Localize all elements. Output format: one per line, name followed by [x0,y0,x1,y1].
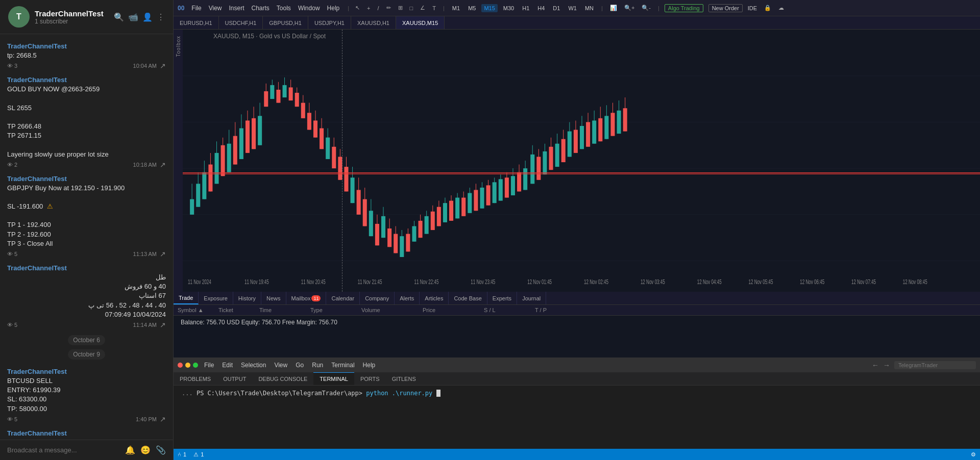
plus-tool[interactable]: + [365,4,372,12]
rect-tool[interactable]: □ [408,4,415,12]
tf-m5[interactable]: M5 [465,4,478,12]
menu-window[interactable]: Window [298,5,320,12]
tab-problems[interactable]: PROBLEMS [174,372,217,385]
tab-gbpusd-h1[interactable]: GBPUSD,H1 [263,16,308,29]
forward-icon[interactable]: ↗ [160,415,166,423]
pencil-tool[interactable]: ✏ [384,4,393,12]
tab-gitlens[interactable]: GITLENS [386,372,422,385]
tab-terminal[interactable]: TERMINAL [313,372,354,385]
list-item: TraderChannelTest tp: 2668.5 👁 3 10:04 A… [0,38,173,72]
menu-charts[interactable]: Charts [252,5,270,12]
vs-menu-run[interactable]: Run [312,362,323,369]
vscode-search-input[interactable] [894,361,976,369]
svg-rect-25 [202,172,206,199]
tab-trade[interactable]: Trade [174,292,199,304]
tab-articles[interactable]: Articles [420,292,449,304]
tf-mn[interactable]: MN [582,4,596,12]
vs-menu-view[interactable]: View [274,362,287,369]
minimize-traffic-light[interactable] [185,363,190,368]
forward-icon[interactable]: ↗ [160,161,166,169]
svg-text:11 Nov 23:45: 11 Nov 23:45 [471,278,495,285]
zoom-in-tool[interactable]: 🔍+ [622,4,636,12]
tab-experts[interactable]: Experts [487,292,517,304]
menu-file[interactable]: File [191,5,201,12]
broadcast-input[interactable] [7,446,120,454]
cursor-tool[interactable]: ↖ [353,4,362,12]
maximize-traffic-light[interactable] [193,363,198,368]
angle-tool[interactable]: ∠ [418,4,427,12]
gear-icon[interactable]: ⚙ [971,451,976,458]
tab-exposure[interactable]: Exposure [199,292,233,304]
search-icon[interactable]: 🔍 [114,12,124,22]
algo-trading-btn[interactable]: Algo Trading [665,4,703,12]
tab-mailbox[interactable]: Mailbox 11 [286,292,327,304]
tf-m1[interactable]: M1 [450,4,462,12]
telegram-panel: T TraderChannelTest 1 subscriber 🔍 📹 👤 ⋮… [0,0,174,460]
tf-h1[interactable]: H1 [520,4,532,12]
videocam-icon[interactable]: 📹 [128,12,138,22]
vscode-status-bar: ⑃ 1 ⚠ 1 ⚙ [174,449,980,460]
tab-xauusd-h1[interactable]: XAUUSD,H1 [351,16,396,29]
tab-usdchf-h1[interactable]: USDCHF,H1 [219,16,263,29]
right-panel: 00 File View Insert Charts Tools Window … [174,0,980,460]
tf-m15[interactable]: M15 [481,4,497,12]
tab-history[interactable]: History [233,292,261,304]
menu-help[interactable]: Help [327,5,340,12]
nav-back-btn[interactable]: ← [872,361,879,369]
tab-eurusd-h1[interactable]: EURUSD,H1 [174,16,219,29]
tab-output[interactable]: OUTPUT [217,372,252,385]
tab-calendar[interactable]: Calendar [326,292,360,304]
list-item: TraderChannelTest BTCUSD SELL ENTRY: 619… [0,364,173,425]
forward-icon[interactable]: ↗ [160,62,166,70]
vs-menu-help[interactable]: Help [363,362,376,369]
menu-tools[interactable]: Tools [277,5,291,12]
tab-usdjpy-h1[interactable]: USDJPY,H1 [308,16,351,29]
trade-columns: Symbol ▲ Ticket Time Type Volume Price S… [174,305,980,316]
tf-h4[interactable]: H4 [535,4,547,12]
bell-icon[interactable]: 🔔 [125,445,135,455]
tab-company[interactable]: Company [360,292,395,304]
menu-view[interactable]: View [209,5,222,12]
tab-codebase[interactable]: Code Base [449,292,487,304]
svg-rect-41 [252,118,256,149]
multi-tool[interactable]: ⊞ [396,4,405,12]
tab-alerts[interactable]: Alerts [395,292,420,304]
lock-tool[interactable]: 🔒 [762,4,773,12]
zoom-out-tool[interactable]: 🔍- [640,4,653,12]
tab-news[interactable]: News [261,292,286,304]
more-icon[interactable]: ⋮ [157,12,165,22]
line-tool[interactable]: / [376,4,381,12]
ide-tool[interactable]: IDE [746,4,759,12]
vs-menu-file[interactable]: File [204,362,214,369]
vs-menu-go[interactable]: Go [296,362,304,369]
tab-xauusd-m15[interactable]: XAUUSD,M15 [396,16,445,29]
menu-insert[interactable]: Insert [229,5,244,12]
tf-d1[interactable]: D1 [550,4,562,12]
terminal-content: ... PS C:\Users\Trade\Desktop\TelegramTr… [174,386,980,449]
tf-w1[interactable]: W1 [566,4,579,12]
svg-rect-51 [283,85,287,97]
vs-menu-edit[interactable]: Edit [222,362,233,369]
tf-m30[interactable]: M30 [501,4,517,12]
forward-icon[interactable]: ↗ [160,321,166,329]
trade-tabs: Trade Exposure History News Mailbox 11 C… [174,292,980,305]
tab-ports[interactable]: PORTS [354,372,386,385]
tab-debug-console[interactable]: DEBUG CONSOLE [252,372,313,385]
text-tool[interactable]: T [430,4,438,12]
profile-icon[interactable]: 👤 [142,12,153,22]
nav-forward-btn[interactable]: → [883,361,890,369]
chart-type-tool[interactable]: 📊 [608,4,619,12]
attachment-icon[interactable]: 📎 [156,445,166,455]
emoji-icon[interactable]: 😊 [140,445,151,455]
new-order-btn[interactable]: New Order [708,4,743,12]
forward-icon[interactable]: ↗ [160,250,166,258]
vs-menu-selection[interactable]: Selection [241,362,266,369]
col-price: Price [423,307,484,313]
svg-rect-35 [233,136,237,165]
tab-journal[interactable]: Journal [517,292,546,304]
cloud-tool[interactable]: ☁ [776,4,786,12]
vs-menu-terminal[interactable]: Terminal [331,362,354,369]
svg-text:12 Nov 08:45: 12 Nov 08:45 [903,278,927,285]
close-traffic-light[interactable] [178,363,183,368]
svg-rect-99 [431,212,435,230]
